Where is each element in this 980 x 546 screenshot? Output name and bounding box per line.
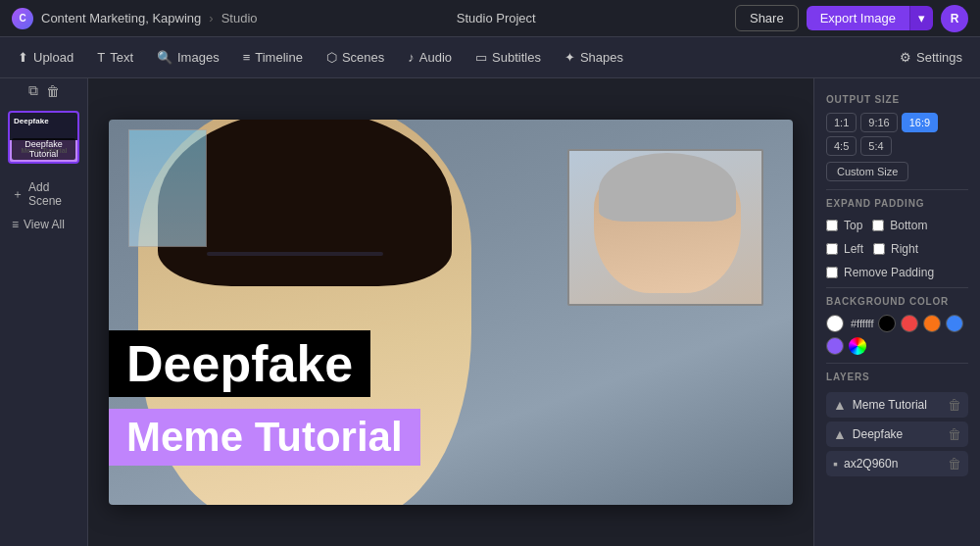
checkbox-left-row: Left: [826, 242, 863, 256]
title-deepfake: Deepfake: [109, 330, 370, 397]
size-1-1[interactable]: 1:1: [826, 113, 857, 132]
layer-name-1: Meme Tutorial: [853, 398, 927, 412]
audio-icon: ♪: [408, 50, 415, 65]
checkbox-right-label: Right: [891, 242, 918, 256]
color-hex-label: #ffffff: [851, 318, 873, 329]
checkbox-right[interactable]: [873, 243, 885, 255]
checkbox-remove-label: Remove Padding: [844, 266, 934, 279]
layer-text-icon-1: ▲: [833, 397, 847, 413]
settings-button[interactable]: ⚙ Settings: [890, 45, 972, 70]
inset-video: [567, 149, 763, 306]
timeline-icon: ≡: [243, 50, 251, 65]
toolbar-upload[interactable]: ⬆ Upload: [8, 45, 83, 70]
right-panel: OUTPUT SIZE 1:1 9:16 16:9 4:5 5:4 Custom…: [813, 78, 980, 546]
toolbar: ⬆ Upload T Text 🔍 Images ≡ Timeline ⬡ Sc…: [0, 37, 980, 78]
divider-3: [826, 363, 968, 364]
checkbox-left[interactable]: [826, 243, 838, 255]
layer-delete-1[interactable]: 🗑: [948, 397, 961, 413]
size-options: 1:1 9:16 16:9 4:5 5:4: [826, 113, 968, 156]
delete-scene-button[interactable]: 🗑: [44, 80, 62, 101]
layer-meme-tutorial[interactable]: ▲ Meme Tutorial 🗑: [826, 392, 968, 418]
export-group: Export Image ▾: [807, 6, 933, 30]
view-all-button[interactable]: ≡ View All: [8, 215, 79, 234]
brand-name[interactable]: Content Marketing, Kapwing: [41, 11, 201, 25]
size-9-16[interactable]: 9:16: [860, 113, 897, 132]
layer-ax2q960n[interactable]: ▪ ax2Q960n 🗑: [826, 451, 968, 476]
left-panel-actions: ＋ Add Scene ≡ View All: [0, 172, 87, 240]
upload-icon: ⬆: [18, 50, 28, 65]
top-bar-left: C Content Marketing, Kapwing › Studio: [12, 8, 258, 29]
export-button[interactable]: Export Image: [807, 6, 909, 30]
layer-delete-2[interactable]: 🗑: [948, 426, 961, 442]
layer-media-icon: ▪: [833, 456, 838, 472]
canvas-area: Deepfake Meme Tutorial: [88, 78, 813, 546]
add-scene-button[interactable]: ＋ Add Scene: [8, 177, 79, 211]
toolbar-text[interactable]: T Text: [87, 45, 143, 70]
images-icon: 🔍: [157, 50, 172, 65]
color-orange-swatch[interactable]: [923, 315, 941, 332]
left-panel: ⧉ 🗑 Meme Tutorial Deepfake Deepfake Tuto…: [0, 78, 88, 546]
divider-1: [826, 189, 968, 190]
scene-thumbnail[interactable]: Meme Tutorial Deepfake Deepfake Tutorial: [8, 111, 79, 164]
checkbox-left-label: Left: [844, 242, 863, 256]
color-blue-swatch[interactable]: [946, 315, 963, 332]
size-5-4[interactable]: 5:4: [860, 136, 891, 156]
checkbox-remove-row: Remove Padding: [826, 266, 968, 279]
checkbox-bottom-label: Bottom: [890, 219, 927, 232]
export-caret-button[interactable]: ▾: [909, 6, 933, 30]
canvas-wrapper: Deepfake Meme Tutorial: [109, 120, 793, 505]
main-area: ⧉ 🗑 Meme Tutorial Deepfake Deepfake Tuto…: [0, 78, 980, 546]
scenes-icon: ⬡: [326, 50, 337, 65]
output-size-title: OUTPUT SIZE: [826, 94, 968, 105]
expand-padding: Top Bottom Left Right Remove: [826, 219, 968, 279]
checkbox-remove-padding[interactable]: [826, 267, 838, 278]
size-4-5[interactable]: 4:5: [826, 136, 857, 156]
scene-label: Deepfake Tutorial: [12, 138, 75, 160]
layer-name-3: ax2Q960n: [844, 457, 898, 471]
layers-list: ▲ Meme Tutorial 🗑 ▲ Deepfake 🗑 ▪ ax2Q960…: [826, 392, 968, 476]
size-16-9[interactable]: 16:9: [902, 113, 938, 132]
top-bar: C Content Marketing, Kapwing › Studio St…: [0, 0, 980, 37]
toolbar-subtitles[interactable]: ▭ Subtitles: [466, 45, 551, 70]
expand-padding-title: EXPAND PADDING: [826, 198, 968, 209]
divider-2: [826, 287, 968, 288]
color-red-swatch[interactable]: [901, 315, 918, 332]
layer-deepfake[interactable]: ▲ Deepfake 🗑: [826, 422, 968, 447]
checkbox-bottom[interactable]: [872, 220, 884, 231]
checkbox-right-row: Right: [873, 242, 918, 256]
user-avatar[interactable]: R: [941, 5, 968, 32]
toolbar-shapes[interactable]: ✦ Shapes: [555, 45, 633, 70]
brand-logo: C: [12, 8, 33, 29]
shapes-icon: ✦: [564, 50, 575, 65]
toolbar-scenes[interactable]: ⬡ Scenes: [317, 45, 394, 70]
color-black-swatch[interactable]: [878, 315, 896, 332]
color-purple-swatch[interactable]: [826, 337, 844, 355]
bg-color-title: BACKGROUND COLOR: [826, 296, 968, 307]
custom-size-button[interactable]: Custom Size: [826, 162, 908, 181]
breadcrumb-section: Studio: [221, 11, 258, 25]
toolbar-audio[interactable]: ♪ Audio: [398, 45, 462, 70]
top-bar-right: Share Export Image ▾ R: [735, 5, 968, 32]
canvas-frame[interactable]: Deepfake Meme Tutorial: [109, 120, 793, 505]
scene-toolbar: ⧉ 🗑: [0, 78, 87, 103]
duplicate-scene-button[interactable]: ⧉: [26, 80, 40, 101]
text-icon: T: [97, 50, 105, 65]
layer-text-icon-2: ▲: [833, 426, 847, 442]
layer-delete-3[interactable]: 🗑: [948, 456, 961, 472]
layers-title: LAYERS: [826, 372, 968, 382]
checkbox-top-label: Top: [844, 219, 862, 232]
layer-name-2: Deepfake: [853, 427, 903, 441]
share-button[interactable]: Share: [735, 5, 799, 31]
checkbox-bottom-row: Bottom: [872, 219, 927, 232]
list-icon: ≡: [12, 218, 19, 231]
color-white-swatch[interactable]: [826, 315, 844, 332]
toolbar-timeline[interactable]: ≡ Timeline: [233, 45, 313, 70]
checkbox-top[interactable]: [826, 220, 838, 231]
checkbox-top-row: Top: [826, 219, 862, 232]
settings-icon: ⚙: [900, 50, 911, 65]
color-gradient-swatch[interactable]: [849, 337, 866, 355]
subtitles-icon: ▭: [475, 50, 487, 65]
breadcrumb-separator: ›: [209, 11, 213, 25]
project-title: Studio Project: [457, 11, 536, 25]
toolbar-images[interactable]: 🔍 Images: [147, 45, 229, 70]
